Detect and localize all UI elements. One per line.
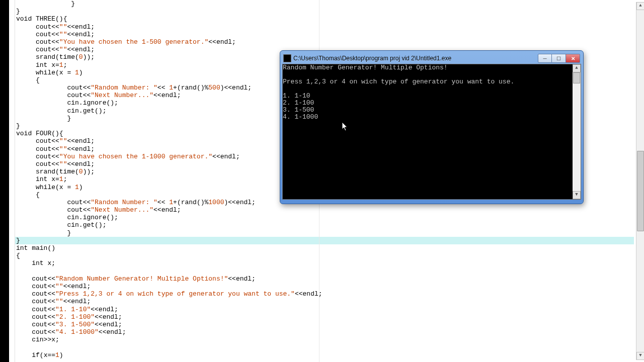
code-line[interactable] — [15, 343, 634, 351]
code-line[interactable]: cout<<""<<endl; — [15, 23, 634, 31]
window-buttons: ─ ☐ ✕ — [538, 54, 580, 63]
code-line[interactable]: cout<<""<<endl; — [15, 298, 634, 305]
code-line[interactable]: { — [15, 252, 634, 259]
code-line[interactable]: cout<<"1. 1-10"<<endl; — [15, 306, 634, 313]
close-button[interactable]: ✕ — [566, 54, 580, 63]
code-line[interactable]: } — [15, 237, 634, 244]
console-scroll-thumb[interactable] — [573, 72, 580, 83]
console-app-icon — [283, 54, 291, 62]
code-line[interactable]: cout<<"3. 1-500"<<endl; — [15, 321, 634, 328]
code-line[interactable]: } — [15, 8, 634, 15]
code-line[interactable]: cin>>x; — [15, 336, 634, 343]
scroll-thumb[interactable] — [637, 151, 644, 231]
code-line[interactable]: cin.get(); — [15, 221, 634, 229]
minimize-button[interactable]: ─ — [538, 54, 552, 63]
editor-margin — [0, 0, 9, 362]
code-line[interactable]: int main() — [15, 244, 634, 252]
code-line[interactable]: if(x==1) — [15, 351, 634, 359]
vertical-scrollbar[interactable]: ▲ ▼ — [636, 2, 644, 360]
code-line[interactable]: } — [15, 0, 634, 8]
scroll-down-button[interactable]: ▼ — [636, 352, 644, 360]
console-output: Random Number Generator! Multiple Option… — [283, 64, 581, 121]
code-line[interactable]: cin.ignore(); — [15, 214, 634, 221]
console-body[interactable]: Random Number Generator! Multiple Option… — [282, 64, 581, 200]
code-line[interactable]: } — [15, 229, 634, 237]
console-title: C:\Users\Thomas\Desktop\program proj vid… — [293, 55, 538, 62]
code-line[interactable]: cout<<"Random Number Generator! Multiple… — [15, 275, 634, 283]
console-scrollbar[interactable]: ▲ ▼ — [573, 64, 581, 199]
console-scroll-up[interactable]: ▲ — [573, 64, 581, 72]
code-line[interactable]: void THREE(){ — [15, 15, 634, 23]
code-line[interactable]: cout<<"You have chosen the 1-500 generat… — [15, 38, 634, 46]
maximize-button[interactable]: ☐ — [552, 54, 566, 63]
scroll-track[interactable] — [636, 10, 644, 352]
code-line[interactable]: cout<<"Press 1,2,3 or 4 on wich type of … — [15, 290, 634, 298]
code-line[interactable]: cout<<""<<endl; — [15, 31, 634, 38]
console-scroll-down[interactable]: ▼ — [573, 191, 581, 199]
code-line[interactable]: cout<<"2. 1-100"<<endl; — [15, 313, 634, 321]
console-titlebar[interactable]: C:\Users\Thomas\Desktop\program proj vid… — [282, 53, 581, 64]
code-line[interactable]: cout<<"Next Number..."<<endl; — [15, 206, 634, 214]
console-window[interactable]: C:\Users\Thomas\Desktop\program proj vid… — [280, 50, 584, 204]
code-line[interactable]: cout<<""<<endl; — [15, 283, 634, 290]
code-line[interactable]: cout<<"4. 1-1000"<<endl; — [15, 328, 634, 336]
code-line[interactable]: int x; — [15, 259, 634, 267]
editor-gutter — [9, 0, 15, 362]
scroll-up-button[interactable]: ▲ — [636, 2, 644, 10]
code-line[interactable] — [15, 267, 634, 275]
